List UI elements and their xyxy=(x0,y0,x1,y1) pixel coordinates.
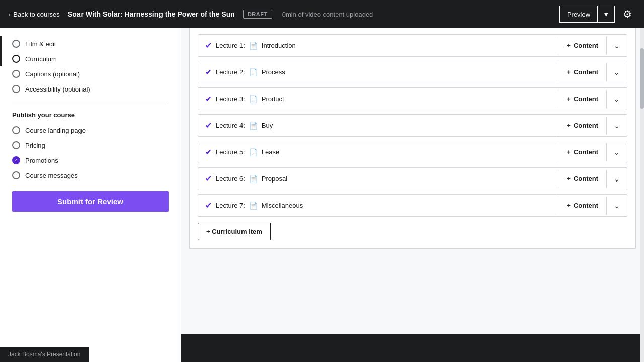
lecture-5-expand-button[interactable]: ⌄ xyxy=(606,143,627,161)
lecture-6-title: Proposal xyxy=(262,175,287,183)
lecture-6-expand-button[interactable]: ⌄ xyxy=(606,170,627,188)
sidebar-item-accessibility[interactable]: Accessibility (optional) xyxy=(0,81,181,97)
lecture-4-number: Lecture 4: xyxy=(216,122,245,129)
lecture-2-number: Lecture 2: xyxy=(216,68,245,76)
lecture-5-number: Lecture 5: xyxy=(216,148,245,156)
lecture-7-check: ✔ xyxy=(205,201,212,210)
lecture-3-expand-button[interactable]: ⌄ xyxy=(606,90,627,108)
add-curriculum-label: + Curriculum Item xyxy=(206,228,262,235)
lecture-5-check: ✔ xyxy=(205,147,212,157)
content-plus-icon: + xyxy=(567,95,571,103)
lecture-4-left: ✔ Lecture 4: 📄 Buy xyxy=(198,115,558,136)
lecture-1-doc-icon: 📄 xyxy=(249,42,258,50)
lecture-4-check: ✔ xyxy=(205,121,212,130)
lecture-1-title: Introduction xyxy=(262,42,296,49)
lecture-6-right: + Content ⌄ xyxy=(558,170,627,188)
lecture-5-left: ✔ Lecture 5: 📄 Lease xyxy=(198,141,558,163)
content-plus-icon: + xyxy=(567,148,571,156)
main-content: Section 1: 📄 Soar With Solar: Harnessing… xyxy=(181,0,644,334)
content-plus-icon: + xyxy=(567,122,571,129)
content-label: Content xyxy=(574,68,598,76)
content-label: Content xyxy=(574,42,598,49)
lecture-2-doc-icon: 📄 xyxy=(249,68,258,76)
lecture-1-right: + Content ⌄ xyxy=(558,37,627,55)
content-plus-icon: + xyxy=(567,175,571,183)
lecture-3-content-button[interactable]: + Content xyxy=(558,90,606,108)
lecture-2-content-button[interactable]: + Content xyxy=(558,63,606,81)
lecture-7-right: + Content ⌄ xyxy=(558,197,627,215)
radio-course-landing xyxy=(12,126,20,134)
sidebar-item-course-landing[interactable]: Course landing page xyxy=(0,123,181,138)
lecture-3-left: ✔ Lecture 3: 📄 Product xyxy=(198,88,558,110)
lecture-7-content-button[interactable]: + Content xyxy=(558,197,606,214)
lecture-row: ✔ Lecture 1: 📄 Introduction + Content ⌄ xyxy=(198,34,627,57)
sidebar-label-promotions: Promotions xyxy=(25,157,58,164)
content-plus-icon: + xyxy=(567,68,571,76)
content-plus-icon: + xyxy=(567,42,571,49)
radio-captions xyxy=(12,70,20,78)
course-title: Soar With Solar: Harnessing the Power of… xyxy=(68,10,235,18)
lecture-4-expand-button[interactable]: ⌄ xyxy=(606,117,627,135)
lecture-2-right: + Content ⌄ xyxy=(558,63,627,81)
content-label: Content xyxy=(574,122,598,129)
lecture-row: ✔ Lecture 7: 📄 Miscellaneous + Content ⌄ xyxy=(198,194,627,217)
sidebar-item-pricing[interactable]: Pricing xyxy=(0,138,181,153)
radio-film-edit xyxy=(12,40,20,48)
content-label: Content xyxy=(574,148,598,156)
upload-status: 0min of video content uploaded xyxy=(282,11,373,18)
sidebar-item-film-edit[interactable]: Film & edit xyxy=(0,36,181,51)
section-card: Section 1: 📄 Soar With Solar: Harnessing… xyxy=(189,8,636,249)
content-label: Content xyxy=(574,175,598,183)
radio-accessibility xyxy=(12,85,20,93)
content-label: Content xyxy=(574,202,598,209)
submit-for-review-button[interactable]: Submit for Review xyxy=(12,191,169,212)
sidebar-label-accessibility: Accessibility (optional) xyxy=(25,85,90,93)
sidebar-item-curriculum[interactable]: Curriculum xyxy=(0,51,181,66)
sidebar-item-captions[interactable]: Captions (optional) xyxy=(0,66,181,81)
lecture-6-doc-icon: 📄 xyxy=(249,175,258,183)
lecture-3-number: Lecture 3: xyxy=(216,95,245,103)
sidebar-label-course-landing: Course landing page xyxy=(25,127,86,134)
sidebar-divider xyxy=(12,101,169,101)
sidebar-item-course-messages[interactable]: Course messages xyxy=(0,168,181,183)
lecture-5-content-button[interactable]: + Content xyxy=(558,143,606,161)
sidebar: Film & edit Curriculum Captions (optiona… xyxy=(0,28,181,334)
lecture-1-expand-button[interactable]: ⌄ xyxy=(606,37,627,55)
sidebar-label-curriculum: Curriculum xyxy=(25,55,57,63)
preview-label: Preview xyxy=(560,6,598,22)
lecture-row: ✔ Lecture 4: 📄 Buy + Content ⌄ xyxy=(198,114,627,137)
radio-course-messages xyxy=(12,171,20,179)
lecture-2-expand-button[interactable]: ⌄ xyxy=(606,63,627,81)
content-plus-icon: + xyxy=(567,202,571,209)
lecture-4-title: Buy xyxy=(262,122,273,129)
lecture-6-content-button[interactable]: + Content xyxy=(558,170,606,188)
preview-dropdown-arrow[interactable]: ▼ xyxy=(598,6,614,22)
top-nav: ‹ Back to courses Soar With Solar: Harne… xyxy=(0,0,644,28)
settings-button[interactable]: ⚙ xyxy=(619,6,636,22)
back-arrow-icon: ‹ xyxy=(8,11,10,18)
lecture-6-check: ✔ xyxy=(205,174,212,184)
add-curriculum-item-button[interactable]: + Curriculum Item xyxy=(198,223,271,240)
lecture-5-right: + Content ⌄ xyxy=(558,143,627,161)
radio-promotions xyxy=(12,156,20,164)
lecture-7-title: Miscellaneous xyxy=(262,202,303,209)
radio-curriculum xyxy=(12,55,20,63)
lecture-3-doc-icon: 📄 xyxy=(249,95,258,103)
content-label: Content xyxy=(574,95,598,103)
scrollbar-thumb[interactable] xyxy=(640,48,644,109)
lecture-2-left: ✔ Lecture 2: 📄 Process xyxy=(198,61,558,83)
sidebar-item-promotions[interactable]: Promotions xyxy=(0,153,181,168)
lecture-2-title: Process xyxy=(262,68,285,76)
back-to-courses-link[interactable]: ‹ Back to courses xyxy=(8,11,60,18)
lecture-7-expand-button[interactable]: ⌄ xyxy=(606,197,627,215)
sidebar-label-course-messages: Course messages xyxy=(25,172,78,179)
right-scrollbar[interactable] xyxy=(640,28,644,334)
lecture-4-content-button[interactable]: + Content xyxy=(558,117,606,134)
lecture-7-number: Lecture 7: xyxy=(216,202,245,209)
preview-button[interactable]: Preview ▼ xyxy=(559,6,615,23)
lecture-4-doc-icon: 📄 xyxy=(249,122,258,130)
nav-right: Preview ▼ ⚙ xyxy=(559,6,636,23)
publish-section-title: Publish your course xyxy=(0,105,181,123)
back-label: Back to courses xyxy=(13,11,60,18)
lecture-1-content-button[interactable]: + Content xyxy=(558,37,606,54)
